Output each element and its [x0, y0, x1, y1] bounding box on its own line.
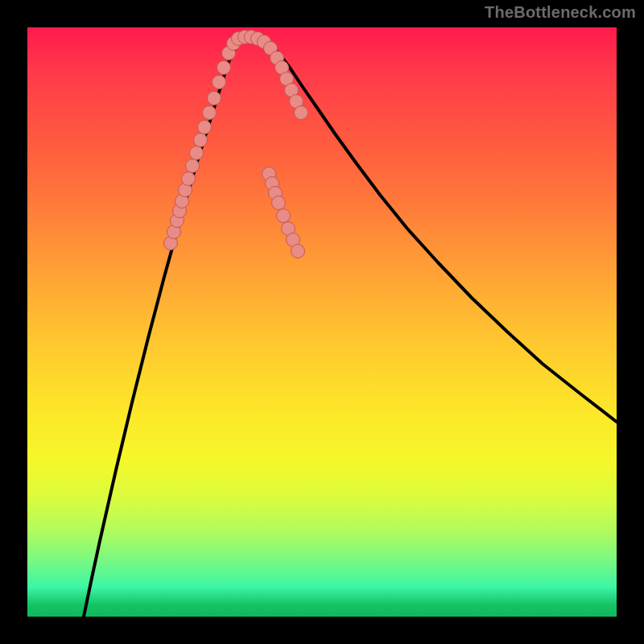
data-point [186, 159, 200, 173]
data-point [198, 121, 212, 134]
data-point [272, 196, 286, 210]
data-point [291, 245, 305, 258]
chart-svg [27, 27, 617, 617]
data-point [190, 147, 204, 160]
data-point [194, 134, 208, 147]
data-point [277, 209, 291, 223]
data-point [295, 106, 308, 120]
plot-area [27, 27, 617, 617]
data-point [182, 172, 196, 186]
data-point [217, 61, 231, 75]
data-point [213, 76, 226, 89]
data-point [203, 106, 217, 120]
curve-path [84, 37, 617, 617]
chart-container: TheBottleneck.com [0, 0, 644, 644]
watermark-text: TheBottleneck.com [485, 3, 636, 22]
data-point [208, 92, 221, 105]
